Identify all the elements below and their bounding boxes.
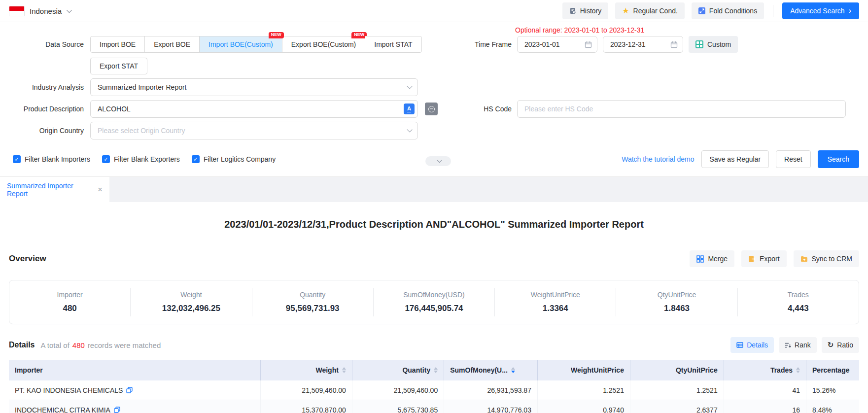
custom-range-button[interactable]: Custom [689,36,738,53]
col-weight[interactable]: Weight [261,360,352,380]
search-form: Data Source Import BOE Export BOE Import… [0,22,868,176]
close-icon[interactable]: × [98,185,103,194]
regular-cond-button[interactable]: ★ Regular Cond. [615,2,685,19]
table-row: PT. KAO INDONESIA CHEMICALS 21,509,460.0… [9,380,859,400]
col-trades[interactable]: Trades [724,360,806,380]
report-title: 2023/01/01-2023/12/31,Product Descriptio… [0,217,868,232]
fold-conditions-label: Fold Conditions [709,7,757,15]
filter-label: Filter Blank Importers [25,155,90,163]
origin-country-row: Origin Country Please select Origin Coun… [0,122,418,139]
view-rank-button[interactable]: Rank [779,337,817,353]
tab-export-stat[interactable]: Export STAT [90,58,147,74]
col-sum-of-money[interactable]: SumOfMoney(U... [444,360,538,380]
country-selector[interactable]: Indonesia [9,6,70,16]
col-quantity[interactable]: Quantity [352,360,444,380]
history-label: History [580,7,602,15]
percentage-cell: 8.48% [806,400,859,413]
stat-weight-unit-price: WeightUnitPrice 1.3364 [494,288,616,316]
chevron-down-icon [437,158,442,163]
product-description-input[interactable] [90,100,418,118]
stat-quantity: Quantity 95,569,731.93 [252,288,373,316]
importer-cell[interactable]: PT. KAO INDONESIA CHEMICALS [9,380,261,400]
importer-cell[interactable]: INDOCHEMICAL CITRA KIMIA [9,400,261,413]
regular-cond-label: Regular Cond. [633,7,678,15]
filter-blank-importers-checkbox[interactable]: ✓ Filter Blank Importers [13,155,90,163]
reset-button[interactable]: Reset [776,150,811,168]
industry-analysis-select[interactable]: Summarized Importer Report [90,78,418,96]
copy-icon[interactable] [114,407,120,413]
overview-stats-card: Importer 480 Weight 132,032,496.25 Quant… [9,280,859,324]
custom-icon [695,40,703,48]
sort-icon-active-desc[interactable] [511,367,515,373]
indonesia-flag-icon [9,6,25,16]
tab-import-boe[interactable]: Import BOE [90,36,145,53]
view-ratio-label: Ratio [837,341,853,349]
view-ratio-button[interactable]: ↻ Ratio [822,337,859,353]
chevron-down-icon [407,83,412,89]
star-icon: ★ [622,7,629,15]
trades-cell: 16 [724,400,806,413]
date-end-picker[interactable]: 2023-12-31 [603,36,683,53]
sort-icon[interactable] [434,367,438,373]
result-tab-bar: Summarized Importer Report × [0,176,868,202]
product-description-label: Product Description [0,105,90,113]
calendar-icon [585,41,592,48]
stat-importer: Importer 480 [9,288,130,316]
sync-to-crm-label: Sync to CRM [812,255,852,263]
sort-icon[interactable] [342,367,346,373]
col-percentage: Percentage [806,360,859,380]
merge-button[interactable]: Merge [690,250,734,267]
tab-import-boe-custom[interactable]: Import BOE(Custom) NEW [199,36,282,53]
view-switcher: Details Rank ↻ Ratio [730,337,859,353]
tab-import-stat[interactable]: Import STAT [365,36,421,53]
time-frame-label: Time Frame [424,40,512,48]
tutorial-link[interactable]: Watch the tutorial demo [622,155,694,163]
filter-logitics-company-checkbox[interactable]: ✓ Filter Logitics Company [192,155,276,163]
hs-code-input[interactable] [517,100,846,118]
hs-code-label: HS Code [424,105,512,113]
filter-label: Filter Logitics Company [204,155,276,163]
origin-country-placeholder: Please select Origin Country [98,127,407,135]
divider [773,5,773,17]
history-icon [569,7,576,14]
hs-code-row: HS Code [424,100,846,118]
tab-export-boe[interactable]: Export BOE [144,36,200,53]
translate-icon[interactable]: A [404,103,415,114]
quantity-cell: 21,509,460.00 [352,380,444,400]
advanced-search-button[interactable]: Advanced Search › [782,2,859,19]
fold-conditions-button[interactable]: Fold Conditions [692,2,764,19]
save-as-regular-button[interactable]: Save as Regular [701,150,769,168]
sort-icon[interactable] [796,367,800,373]
sum-of-money-cell: 26,931,593.87 [444,380,538,400]
tab-summarized-importer-report[interactable]: Summarized Importer Report × [0,177,109,202]
expand-conditions-button[interactable] [425,156,451,166]
origin-country-label: Origin Country [0,127,90,135]
table-row: INDOCHEMICAL CITRA KIMIA 15,370,870.00 5… [9,400,859,413]
col-importer: Importer [9,360,261,380]
sync-folder-icon [800,256,808,262]
filters-row: ✓ Filter Blank Importers ✓ Filter Blank … [13,155,276,163]
filter-blank-exporters-checkbox[interactable]: ✓ Filter Blank Exporters [102,155,180,163]
weight-unit-price-cell: 0.9740 [538,400,630,413]
date-start-picker[interactable]: 2023-01-01 [517,36,597,53]
date-end-value: 2023-12-31 [610,40,670,48]
history-button[interactable]: History [562,2,609,19]
qty-unit-price-cell: 1.2521 [630,380,724,400]
time-frame-row: Time Frame 2023-01-01 2023-12-31 Custom [424,36,738,53]
origin-country-select[interactable]: Please select Origin Country [90,122,418,139]
details-header: Details A total of480records were matche… [0,337,868,353]
chevron-down-icon [67,7,72,13]
sync-to-crm-button[interactable]: Sync to CRM [794,250,859,267]
country-name: Indonesia [30,7,62,15]
search-button[interactable]: Search [818,150,859,168]
qty-unit-price-cell: 2.6377 [630,400,724,413]
view-details-button[interactable]: Details [730,337,774,353]
advanced-search-label: Advanced Search [790,7,845,15]
export-button[interactable]: Export [741,250,786,267]
table-header: Importer Weight Quantity SumOfMoney(U...… [9,360,859,380]
tab-export-boe-custom[interactable]: Export BOE(Custom) NEW [282,36,365,53]
chevron-down-icon [407,127,412,132]
copy-icon[interactable] [126,387,133,393]
export-label: Export [760,255,779,263]
export-icon [748,255,756,263]
